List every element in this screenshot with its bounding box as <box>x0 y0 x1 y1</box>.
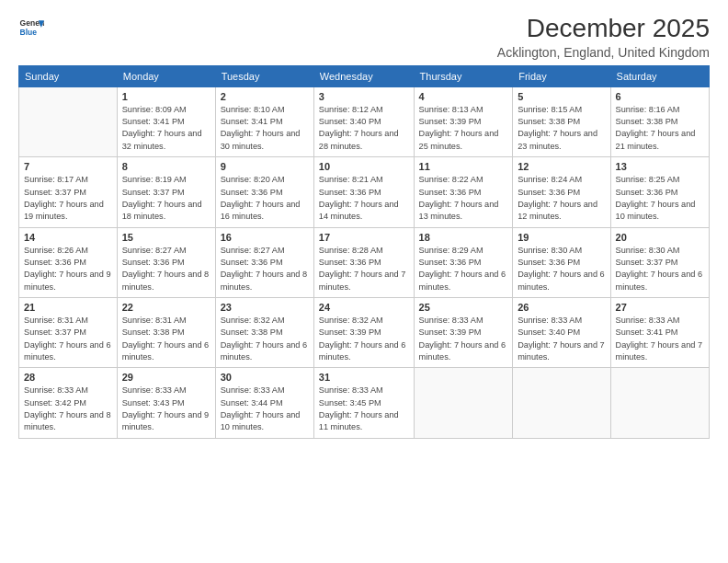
day-cell: 27Sunrise: 8:33 AMSunset: 3:41 PMDayligh… <box>610 297 709 367</box>
day-info: Sunrise: 8:30 AMSunset: 3:36 PMDaylight:… <box>518 245 605 293</box>
day-cell: 9Sunrise: 8:20 AMSunset: 3:36 PMDaylight… <box>215 157 313 227</box>
day-header-wednesday: Wednesday <box>313 65 414 86</box>
day-cell <box>513 368 610 438</box>
day-number: 20 <box>616 232 704 243</box>
day-number: 2 <box>221 91 309 102</box>
location: Acklington, England, United Kingdom <box>497 45 710 60</box>
day-cell: 29Sunrise: 8:33 AMSunset: 3:43 PMDayligh… <box>117 368 215 438</box>
logo: General Blue <box>18 15 44 40</box>
day-cell: 4Sunrise: 8:13 AMSunset: 3:39 PMDaylight… <box>414 86 513 156</box>
day-cell: 1Sunrise: 8:09 AMSunset: 3:41 PMDaylight… <box>117 86 215 156</box>
day-number: 29 <box>122 372 210 383</box>
day-info: Sunrise: 8:24 AMSunset: 3:36 PMDaylight:… <box>518 174 605 223</box>
day-number: 5 <box>518 91 605 102</box>
day-cell: 19Sunrise: 8:30 AMSunset: 3:36 PMDayligh… <box>513 227 610 297</box>
day-number: 11 <box>419 161 508 172</box>
day-cell: 3Sunrise: 8:12 AMSunset: 3:40 PMDaylight… <box>313 86 414 156</box>
day-number: 28 <box>24 372 112 383</box>
week-row-1: 1Sunrise: 8:09 AMSunset: 3:41 PMDaylight… <box>19 86 710 156</box>
day-cell: 17Sunrise: 8:28 AMSunset: 3:36 PMDayligh… <box>313 227 414 297</box>
day-cell: 20Sunrise: 8:30 AMSunset: 3:37 PMDayligh… <box>610 227 709 297</box>
day-cell <box>19 86 118 156</box>
day-cell: 31Sunrise: 8:33 AMSunset: 3:45 PMDayligh… <box>313 368 414 438</box>
day-cell: 15Sunrise: 8:27 AMSunset: 3:36 PMDayligh… <box>117 227 215 297</box>
day-number: 22 <box>122 302 210 313</box>
day-info: Sunrise: 8:13 AMSunset: 3:39 PMDaylight:… <box>419 104 508 153</box>
calendar-table: SundayMondayTuesdayWednesdayThursdayFrid… <box>18 65 710 439</box>
day-number: 14 <box>24 232 112 243</box>
day-number: 3 <box>319 91 409 102</box>
day-cell: 24Sunrise: 8:32 AMSunset: 3:39 PMDayligh… <box>313 297 414 367</box>
day-cell: 10Sunrise: 8:21 AMSunset: 3:36 PMDayligh… <box>313 157 414 227</box>
day-number: 19 <box>518 232 605 243</box>
day-number: 21 <box>24 302 112 313</box>
month-title: December 2025 <box>497 15 710 43</box>
day-cell: 30Sunrise: 8:33 AMSunset: 3:44 PMDayligh… <box>215 368 313 438</box>
day-info: Sunrise: 8:33 AMSunset: 3:39 PMDaylight:… <box>419 315 508 363</box>
day-info: Sunrise: 8:33 AMSunset: 3:45 PMDaylight:… <box>319 385 409 433</box>
day-number: 1 <box>122 91 210 102</box>
day-info: Sunrise: 8:15 AMSunset: 3:38 PMDaylight:… <box>518 104 605 153</box>
day-info: Sunrise: 8:33 AMSunset: 3:44 PMDaylight:… <box>221 385 309 433</box>
day-cell: 25Sunrise: 8:33 AMSunset: 3:39 PMDayligh… <box>414 297 513 367</box>
day-number: 4 <box>419 91 508 102</box>
day-header-monday: Monday <box>117 65 215 86</box>
day-info: Sunrise: 8:26 AMSunset: 3:36 PMDaylight:… <box>24 245 112 293</box>
day-info: Sunrise: 8:21 AMSunset: 3:36 PMDaylight:… <box>319 174 409 223</box>
day-info: Sunrise: 8:19 AMSunset: 3:37 PMDaylight:… <box>122 174 210 223</box>
day-number: 18 <box>419 232 508 243</box>
day-cell: 21Sunrise: 8:31 AMSunset: 3:37 PMDayligh… <box>19 297 118 367</box>
day-cell: 13Sunrise: 8:25 AMSunset: 3:36 PMDayligh… <box>610 157 709 227</box>
day-number: 13 <box>616 161 704 172</box>
day-info: Sunrise: 8:28 AMSunset: 3:36 PMDaylight:… <box>319 245 409 293</box>
day-info: Sunrise: 8:31 AMSunset: 3:38 PMDaylight:… <box>122 315 210 363</box>
day-info: Sunrise: 8:22 AMSunset: 3:36 PMDaylight:… <box>419 174 508 223</box>
day-cell <box>610 368 709 438</box>
calendar-page: General Blue December 2025 Acklington, E… <box>0 0 728 563</box>
day-info: Sunrise: 8:16 AMSunset: 3:38 PMDaylight:… <box>616 104 704 153</box>
day-info: Sunrise: 8:32 AMSunset: 3:38 PMDaylight:… <box>221 315 309 363</box>
title-section: December 2025 Acklington, England, Unite… <box>497 15 710 60</box>
day-info: Sunrise: 8:29 AMSunset: 3:36 PMDaylight:… <box>419 245 508 293</box>
day-cell: 2Sunrise: 8:10 AMSunset: 3:41 PMDaylight… <box>215 86 313 156</box>
day-info: Sunrise: 8:33 AMSunset: 3:43 PMDaylight:… <box>122 385 210 433</box>
day-number: 12 <box>518 161 605 172</box>
day-cell: 23Sunrise: 8:32 AMSunset: 3:38 PMDayligh… <box>215 297 313 367</box>
day-number: 26 <box>518 302 605 313</box>
day-cell: 18Sunrise: 8:29 AMSunset: 3:36 PMDayligh… <box>414 227 513 297</box>
day-info: Sunrise: 8:10 AMSunset: 3:41 PMDaylight:… <box>221 104 309 153</box>
day-number: 8 <box>122 161 210 172</box>
day-cell: 26Sunrise: 8:33 AMSunset: 3:40 PMDayligh… <box>513 297 610 367</box>
week-row-2: 7Sunrise: 8:17 AMSunset: 3:37 PMDaylight… <box>19 157 710 227</box>
day-header-tuesday: Tuesday <box>215 65 313 86</box>
day-info: Sunrise: 8:33 AMSunset: 3:41 PMDaylight:… <box>616 315 704 363</box>
day-number: 6 <box>616 91 704 102</box>
day-number: 23 <box>221 302 309 313</box>
day-cell: 12Sunrise: 8:24 AMSunset: 3:36 PMDayligh… <box>513 157 610 227</box>
day-number: 27 <box>616 302 704 313</box>
week-row-5: 28Sunrise: 8:33 AMSunset: 3:42 PMDayligh… <box>19 368 710 438</box>
day-number: 9 <box>221 161 309 172</box>
day-info: Sunrise: 8:12 AMSunset: 3:40 PMDaylight:… <box>319 104 409 153</box>
day-number: 17 <box>319 232 409 243</box>
day-header-sunday: Sunday <box>19 65 118 86</box>
header-row: SundayMondayTuesdayWednesdayThursdayFrid… <box>19 65 710 86</box>
day-info: Sunrise: 8:27 AMSunset: 3:36 PMDaylight:… <box>221 245 309 293</box>
day-number: 15 <box>122 232 210 243</box>
day-number: 7 <box>24 161 112 172</box>
logo-icon: General Blue <box>18 15 44 40</box>
day-info: Sunrise: 8:20 AMSunset: 3:36 PMDaylight:… <box>221 174 309 223</box>
day-info: Sunrise: 8:17 AMSunset: 3:37 PMDaylight:… <box>24 174 112 223</box>
day-info: Sunrise: 8:31 AMSunset: 3:37 PMDaylight:… <box>24 315 112 363</box>
day-number: 16 <box>221 232 309 243</box>
day-cell: 8Sunrise: 8:19 AMSunset: 3:37 PMDaylight… <box>117 157 215 227</box>
svg-text:Blue: Blue <box>20 28 38 37</box>
day-cell: 14Sunrise: 8:26 AMSunset: 3:36 PMDayligh… <box>19 227 118 297</box>
day-cell: 5Sunrise: 8:15 AMSunset: 3:38 PMDaylight… <box>513 86 610 156</box>
day-header-saturday: Saturday <box>610 65 709 86</box>
day-info: Sunrise: 8:33 AMSunset: 3:40 PMDaylight:… <box>518 315 605 363</box>
day-number: 24 <box>319 302 409 313</box>
day-cell: 11Sunrise: 8:22 AMSunset: 3:36 PMDayligh… <box>414 157 513 227</box>
day-info: Sunrise: 8:09 AMSunset: 3:41 PMDaylight:… <box>122 104 210 153</box>
day-number: 10 <box>319 161 409 172</box>
